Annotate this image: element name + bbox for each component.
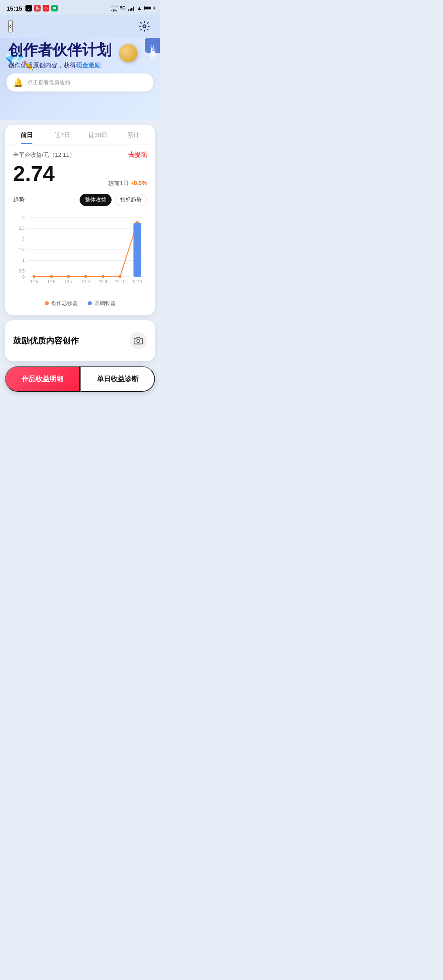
back-button[interactable]: ‹ <box>8 20 13 32</box>
svg-text:0.5: 0.5 <box>19 269 25 273</box>
svg-point-16 <box>33 275 36 278</box>
svg-point-19 <box>84 275 87 278</box>
svg-text:2.5: 2.5 <box>19 226 25 231</box>
earnings-change: 较前1日 +0.0% <box>108 180 147 187</box>
svg-point-18 <box>67 275 70 278</box>
svg-text:1: 1 <box>22 258 25 263</box>
svg-text:0: 0 <box>22 275 25 279</box>
chart-type-buttons: 整体收益 指标趋势 <box>80 194 147 206</box>
earnings-chart: 3 2.5 2 1.5 1 0.5 0 <box>13 211 147 293</box>
redbook-app-icon: 小 <box>43 5 49 11</box>
earnings-section: 全平台收益/元（12.11） 去提现 2.74 较前1日 +0.0% <box>5 144 155 194</box>
hero-title: 创作者伙伴计划 <box>8 42 152 58</box>
signal-icon <box>128 6 134 11</box>
legend-base: 基础收益 <box>88 300 116 307</box>
wifi-icon: ▲ <box>137 5 142 11</box>
tab-30days[interactable]: 近30日 <box>80 125 116 144</box>
svg-text:1.5: 1.5 <box>19 247 25 252</box>
hero-banner: ✏️ 计 划 规 则 创作者伙伴计划 创作优质原创内容，获得现金激励 🔔 点击查… <box>0 38 160 120</box>
settings-button[interactable] <box>137 19 152 34</box>
bottom-buttons: 作品收益明细 单日收益诊断 <box>5 366 155 392</box>
chart-legend: 创作总收益 基础收益 <box>13 300 147 307</box>
chart-section: 趋势 整体收益 指标趋势 3 2.5 2 1.5 1 <box>5 194 155 315</box>
svg-text:12.5: 12.5 <box>30 280 38 284</box>
svg-text:12.9: 12.9 <box>99 280 107 284</box>
legend-total: 创作总收益 <box>45 300 78 307</box>
plan-rules-badge[interactable]: 计 划 规 则 <box>145 38 160 53</box>
content-quality-section: 鼓励优质内容创作 <box>5 320 155 361</box>
chart-container: 3 2.5 2 1.5 1 0.5 0 <box>13 211 147 295</box>
legend-total-dot <box>45 301 49 305</box>
svg-point-31 <box>137 339 139 342</box>
svg-point-0 <box>143 25 146 28</box>
tab-bar: 前日 近7日 近30日 累计 <box>5 125 155 144</box>
svg-text:12.11: 12.11 <box>132 280 143 284</box>
amount-row: 2.74 较前1日 +0.0% <box>13 162 147 187</box>
status-bar: 15:15 ♪ 头 小 💬 0.60 KB/s 5G ▲ <box>0 0 160 15</box>
change-value: +0.0% <box>130 180 147 186</box>
content-section-title: 鼓励优质内容创作 <box>13 335 79 346</box>
notification-text: 点击查看最新通知 <box>27 79 147 86</box>
svg-text:12.7: 12.7 <box>64 280 73 284</box>
network-speed: 0.60 KB/s <box>110 4 118 12</box>
index-trend-button[interactable]: 指标趋势 <box>115 194 147 206</box>
app-icons: ♪ 头 小 💬 <box>25 5 58 11</box>
daily-diagnosis-button[interactable]: 单日收益诊断 <box>80 366 155 392</box>
legend-base-dot <box>88 301 92 305</box>
overall-earnings-button[interactable]: 整体收益 <box>80 194 112 206</box>
svg-text:2: 2 <box>22 237 25 241</box>
bell-icon: 🔔 <box>13 78 23 87</box>
camera-button[interactable] <box>130 332 147 349</box>
main-card: 前日 近7日 近30日 累计 全平台收益/元（12.11） 去提现 2.74 较… <box>5 125 155 315</box>
svg-text:3: 3 <box>22 215 25 220</box>
tab-7days[interactable]: 近7日 <box>45 125 80 144</box>
svg-text:12.8: 12.8 <box>82 280 90 284</box>
battery-icon <box>144 6 153 10</box>
earnings-header: 全平台收益/元（12.11） 去提现 <box>13 151 147 159</box>
earnings-detail-button[interactable]: 作品收益明细 <box>5 366 80 392</box>
network-type: 5G <box>120 6 126 10</box>
chart-header: 趋势 整体收益 指标趋势 <box>13 194 147 206</box>
wechat-app-icon: 💬 <box>51 5 58 11</box>
earnings-amount: 2.74 <box>13 162 55 185</box>
hero-content: 创作者伙伴计划 创作优质原创内容，获得现金激励 <box>0 42 160 69</box>
earnings-label: 全平台收益/元（12.11） <box>13 151 75 159</box>
svg-text:12.6: 12.6 <box>47 280 55 284</box>
settings-icon <box>139 21 150 32</box>
hero-subtitle: 创作优质原创内容，获得现金激励 <box>8 62 152 69</box>
camera-icon <box>134 336 143 345</box>
tab-cumulative[interactable]: 累计 <box>116 125 151 144</box>
tiktok-app-icon: ♪ <box>25 5 32 11</box>
svg-point-21 <box>119 275 121 278</box>
notification-bar[interactable]: 🔔 点击查看最新通知 <box>7 73 153 92</box>
withdraw-button[interactable]: 去提现 <box>128 151 147 159</box>
svg-point-17 <box>50 275 53 278</box>
news-app-icon: 头 <box>34 5 41 11</box>
tab-previous-day[interactable]: 前日 <box>9 125 45 144</box>
status-time: 15:15 <box>7 5 22 12</box>
svg-rect-23 <box>133 223 141 277</box>
header-nav: ‹ <box>0 15 160 38</box>
svg-point-20 <box>101 275 104 278</box>
status-icons: 0.60 KB/s 5G ▲ <box>110 4 153 12</box>
svg-text:12.10: 12.10 <box>115 280 126 284</box>
chart-label: 趋势 <box>13 196 25 204</box>
